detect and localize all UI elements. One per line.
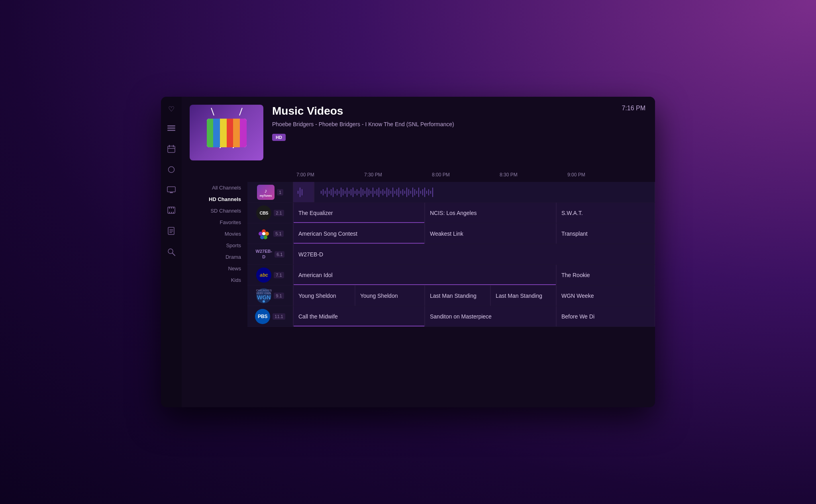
waveform-bar bbox=[359, 191, 359, 194]
waveform-bar bbox=[345, 191, 345, 194]
program-cell[interactable]: The Equalizer bbox=[293, 203, 425, 223]
circle-icon[interactable] bbox=[168, 166, 175, 175]
program-cell[interactable]: NCIS: Los Angeles bbox=[425, 203, 556, 223]
program-cell-waveform[interactable] bbox=[314, 182, 655, 202]
program-cell[interactable]: Call the Midwife bbox=[293, 306, 425, 326]
waveform-bar bbox=[331, 189, 332, 195]
category-favorites[interactable]: Favorites bbox=[182, 217, 247, 228]
waveform-bar bbox=[426, 191, 427, 194]
category-all-channels[interactable]: All Channels bbox=[182, 182, 247, 193]
list-icon[interactable] bbox=[167, 125, 175, 134]
table-row: CBS 2.1 The Equalizer NCIS: Los Angeles bbox=[247, 203, 655, 223]
tv-screen-icon[interactable] bbox=[167, 186, 176, 195]
waveform-mini bbox=[296, 188, 304, 197]
category-sd-channels[interactable]: SD Channels bbox=[182, 205, 247, 217]
program-cell[interactable]: Before We Di bbox=[556, 306, 655, 326]
table-row: ♪ myTunes 1 bbox=[247, 182, 655, 203]
program-cell[interactable]: WGN Weeke bbox=[556, 285, 655, 306]
channel-logo-abc[interactable]: abc 7.1 bbox=[247, 265, 293, 285]
category-kids[interactable]: Kids bbox=[182, 274, 247, 286]
channel-list: All Channels HD Channels SD Channels Fav… bbox=[182, 168, 247, 407]
hero-section: Music Videos Phoebe Bridgers - Phoebe Br… bbox=[182, 97, 655, 168]
svg-point-25 bbox=[260, 235, 264, 239]
program-cell[interactable]: American Song Contest bbox=[293, 223, 425, 244]
channel-logo-pbs[interactable]: PBS 11.1 bbox=[247, 306, 293, 326]
svg-rect-8 bbox=[167, 187, 175, 192]
svg-line-21 bbox=[173, 253, 175, 256]
svg-rect-3 bbox=[168, 146, 175, 152]
svg-rect-0 bbox=[167, 125, 175, 127]
program-cell[interactable]: The Rookie bbox=[556, 265, 655, 285]
table-row: 5.1 American Song Contest Weakest Link T… bbox=[247, 223, 655, 244]
svg-rect-1 bbox=[167, 128, 175, 129]
program-cell[interactable]: Last Man Standing bbox=[425, 285, 490, 306]
program-title: American Idol bbox=[298, 272, 333, 278]
program-cell[interactable]: Transplant bbox=[556, 223, 655, 244]
program-cell[interactable]: Last Man Standing bbox=[490, 285, 556, 306]
svg-rect-12 bbox=[171, 207, 172, 209]
program-title: The Rookie bbox=[561, 272, 590, 278]
book-icon[interactable] bbox=[168, 227, 175, 237]
category-sports[interactable]: Sports bbox=[182, 240, 247, 251]
program-cells: The Equalizer NCIS: Los Angeles S.W.A.T. bbox=[293, 203, 655, 223]
category-news[interactable]: News bbox=[182, 263, 247, 274]
svg-rect-15 bbox=[171, 212, 172, 213]
cbs-text: CBS bbox=[259, 211, 268, 215]
channel-logo-cbs[interactable]: CBS 2.1 bbox=[247, 203, 293, 223]
program-cell[interactable]: W27EB-D bbox=[293, 244, 655, 264]
program-title: Last Man Standing bbox=[496, 293, 542, 299]
waveform-bar bbox=[408, 189, 409, 195]
svg-rect-11 bbox=[169, 207, 170, 209]
waveform-bar bbox=[329, 191, 330, 194]
program-cell[interactable]: Young Sheldon bbox=[355, 285, 425, 306]
category-drama[interactable]: Drama bbox=[182, 251, 247, 263]
w27-line1: W27EB- bbox=[256, 249, 273, 254]
waveform-bar bbox=[398, 188, 399, 197]
program-cells: Young Sheldon Young Sheldon Last Man Sta… bbox=[293, 285, 655, 306]
hero-subtitle: Phoebe Bridgers - Phoebe Bridgers - I Kn… bbox=[272, 121, 471, 129]
waveform-bar bbox=[321, 191, 322, 194]
svg-rect-6 bbox=[168, 148, 175, 149]
heart-icon[interactable]: ♡ bbox=[168, 105, 175, 113]
program-title: American Song Contest bbox=[298, 231, 357, 237]
waveform-display bbox=[319, 188, 650, 197]
program-cell[interactable]: Sanditon on Masterpiece bbox=[425, 306, 556, 326]
program-title: S.W.A.T. bbox=[561, 210, 583, 216]
channel-logo-w27[interactable]: W27EB- D 6.1 bbox=[247, 244, 293, 264]
program-title: Young Sheldon bbox=[298, 293, 336, 299]
program-cell[interactable] bbox=[293, 182, 314, 202]
waveform-bar bbox=[351, 189, 351, 195]
film-icon[interactable] bbox=[167, 207, 175, 216]
waveform-bar bbox=[298, 191, 298, 194]
category-movies[interactable]: Movies bbox=[182, 228, 247, 240]
channel-logo-mytunes[interactable]: ♪ myTunes 1 bbox=[247, 182, 293, 202]
channel-number: 6.1 bbox=[275, 251, 284, 258]
waveform-bar bbox=[402, 189, 403, 195]
program-cell[interactable]: S.W.A.T. bbox=[556, 203, 655, 223]
program-title: Young Sheldon bbox=[360, 293, 398, 299]
waveform-bar bbox=[365, 191, 365, 194]
channel-logo-nbc[interactable]: 5.1 bbox=[247, 223, 293, 244]
channel-list-header bbox=[182, 168, 247, 182]
program-cell[interactable]: Young Sheldon bbox=[293, 285, 355, 306]
waveform-bar bbox=[353, 188, 353, 197]
abc-text: abc bbox=[260, 272, 268, 278]
program-cell[interactable]: Weakest Link bbox=[425, 223, 556, 244]
hero-time: 7:16 PM bbox=[622, 105, 645, 112]
channel-logo-wgn[interactable]: CHICAGO'S VERY OWN WGN 9.1 bbox=[247, 285, 293, 306]
waveform-bar bbox=[327, 188, 328, 197]
sidebar: ♡ bbox=[161, 97, 182, 407]
category-hd-channels[interactable]: HD Channels bbox=[182, 193, 247, 205]
channel-number: 5.1 bbox=[273, 231, 283, 237]
waveform-bar bbox=[371, 191, 371, 194]
waveform-bar bbox=[392, 188, 393, 197]
waveform-bar bbox=[333, 188, 333, 197]
calendar-icon[interactable] bbox=[167, 145, 175, 155]
search-icon[interactable] bbox=[167, 248, 175, 258]
channel-number: 1 bbox=[277, 189, 283, 195]
waveform-bar bbox=[384, 191, 385, 194]
program-cells bbox=[293, 182, 655, 202]
waveform-bar bbox=[323, 189, 324, 195]
program-cell[interactable]: American Idol bbox=[293, 265, 556, 285]
program-title: Sanditon on Masterpiece bbox=[430, 313, 492, 320]
